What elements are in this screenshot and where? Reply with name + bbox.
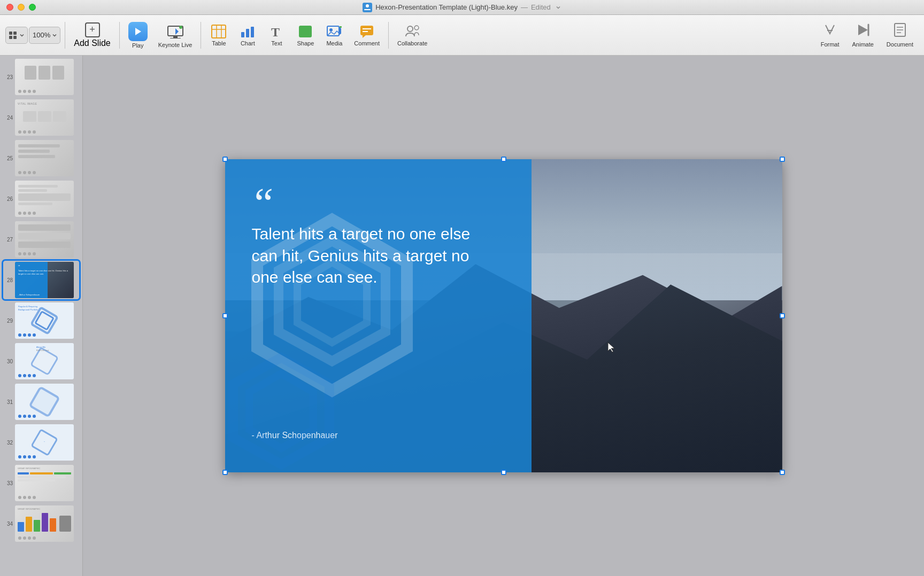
slide-number: 29	[4, 318, 13, 324]
document-button[interactable]: Document	[881, 21, 919, 50]
slide-thumbnail: GREAT INFOGRAPHIC	[15, 505, 74, 542]
add-slide-icon: +	[85, 22, 100, 37]
svg-text:T: T	[271, 25, 280, 38]
svg-rect-15	[241, 32, 244, 37]
shape-button[interactable]: Shape	[292, 22, 319, 49]
svg-rect-16	[246, 29, 249, 37]
resize-handle-br[interactable]	[780, 470, 785, 475]
format-icon	[822, 23, 837, 40]
main-area: 23 24 VITAL IMAGE	[0, 56, 924, 576]
slide-thumbnail	[15, 221, 74, 258]
format-button[interactable]: Format	[815, 21, 845, 50]
divider-2	[119, 22, 120, 49]
slide-number: 27	[4, 237, 13, 243]
svg-point-21	[329, 28, 333, 32]
slide-thumbnail: “	[15, 424, 74, 461]
resize-handle-ml[interactable]	[222, 313, 228, 318]
slide-thumbnail: About MeBrief info text	[15, 343, 74, 379]
svg-rect-23	[360, 26, 373, 35]
document-label: Document	[887, 41, 913, 48]
slide-item[interactable]: 29 Regular & RequiringBackground Portfol…	[3, 301, 79, 340]
comment-button[interactable]: Comment	[350, 22, 384, 49]
slide-number: 24	[4, 115, 13, 121]
media-button[interactable]: Media	[321, 22, 348, 49]
blue-overlay-panel: “ Talent hits a target no one else can h…	[225, 159, 532, 472]
format-label: Format	[821, 41, 840, 48]
keynote-app-icon	[363, 3, 372, 12]
slide-panel[interactable]: 23 24 VITAL IMAGE	[0, 56, 83, 576]
window-title: Hexon-Presentation Template (Light)-Blue…	[363, 3, 561, 12]
svg-rect-11	[212, 25, 226, 38]
slide-number: 28	[4, 277, 13, 283]
slide-item[interactable]: 27	[3, 220, 79, 259]
slide-thumbnail	[15, 384, 74, 420]
document-icon	[892, 23, 907, 40]
slide-item[interactable]: 23	[3, 58, 79, 96]
resize-handle-mr[interactable]	[780, 313, 785, 318]
divider-4	[388, 22, 389, 49]
slide-thumbnail	[15, 181, 74, 217]
slide-number: 30	[4, 359, 13, 364]
add-slide-button[interactable]: + Add Slide	[70, 20, 115, 50]
canvas-area[interactable]: “ Talent hits a target no one else can h…	[83, 56, 924, 576]
svg-rect-17	[251, 27, 254, 37]
maximize-button[interactable]	[29, 4, 36, 11]
resize-handle-bl[interactable]	[222, 470, 228, 475]
slide-thumbnail	[15, 140, 74, 176]
resize-handle-bm[interactable]	[501, 470, 506, 475]
view-button[interactable]	[5, 27, 28, 44]
play-button[interactable]: Play	[124, 20, 152, 51]
resize-handle-tr[interactable]	[780, 157, 785, 162]
animate-label: Animate	[852, 41, 874, 48]
title-chevron-icon[interactable]	[555, 4, 561, 11]
slide-item[interactable]: 30 About MeBrief info text	[3, 342, 79, 380]
slide-item[interactable]: 25	[3, 139, 79, 177]
quote-text: Talent hits a target no one else can hit…	[252, 223, 499, 289]
comment-icon	[359, 24, 374, 39]
slide-item[interactable]: 24 VITAL IMAGE	[3, 98, 79, 137]
slide-item[interactable]: 26	[3, 180, 79, 218]
slide-number: 23	[4, 74, 13, 80]
slide-item-active[interactable]: 28 “ Talent hits a target no one else ca…	[3, 261, 79, 299]
svg-point-10	[179, 26, 182, 29]
keynote-live-label: Keynote Live	[158, 42, 192, 48]
comment-label: Comment	[354, 40, 380, 46]
svg-marker-7	[135, 28, 141, 35]
play-label: Play	[132, 42, 143, 49]
svg-rect-9	[170, 38, 181, 38]
collaborate-label: Collaborate	[397, 40, 427, 46]
title-bar: Hexon-Presentation Template (Light)-Blue…	[0, 0, 924, 15]
shape-icon	[298, 24, 313, 39]
text-button[interactable]: T Text	[263, 22, 290, 49]
svg-rect-4	[13, 32, 17, 35]
toolbar-right: Format Animate Document	[815, 21, 919, 50]
keynote-live-button[interactable]: Keynote Live	[154, 20, 197, 50]
table-icon	[211, 24, 226, 39]
resize-handle-tl[interactable]	[222, 157, 228, 162]
zoom-control[interactable]: 100%	[29, 27, 60, 44]
text-icon: T	[269, 24, 284, 39]
quote-author: - Arthur Schopenhauer	[252, 431, 338, 440]
media-icon	[327, 24, 342, 39]
slide-thumbnail: VITAL IMAGE	[15, 99, 74, 136]
slide-canvas[interactable]: “ Talent hits a target no one else can h…	[225, 159, 782, 472]
chart-button[interactable]: Chart	[234, 22, 261, 49]
collaborate-button[interactable]: Collaborate	[393, 22, 432, 49]
slide-item[interactable]: 33 GREAT INFOGRAPHIC	[3, 464, 79, 502]
title-filename: Hexon-Presentation Template (Light)-Blue…	[375, 3, 518, 11]
animate-button[interactable]: Animate	[847, 21, 879, 50]
slide-number: 32	[4, 440, 13, 446]
slide-item[interactable]: 31	[3, 383, 79, 421]
chart-icon	[240, 24, 255, 39]
table-button[interactable]: Table	[205, 22, 232, 49]
slide-item[interactable]: 34 GREAT INFOGRAPHIC	[3, 504, 79, 543]
slide-number: 34	[4, 521, 13, 527]
slide-item[interactable]: 32 “	[3, 423, 79, 462]
resize-handle-tm[interactable]	[501, 157, 506, 162]
minimize-button[interactable]	[18, 4, 25, 11]
media-label: Media	[326, 40, 342, 46]
slide-number: 33	[4, 480, 13, 486]
svg-point-2	[366, 4, 369, 7]
close-button[interactable]	[6, 4, 13, 11]
view-zoom-group: 100%	[5, 27, 60, 44]
